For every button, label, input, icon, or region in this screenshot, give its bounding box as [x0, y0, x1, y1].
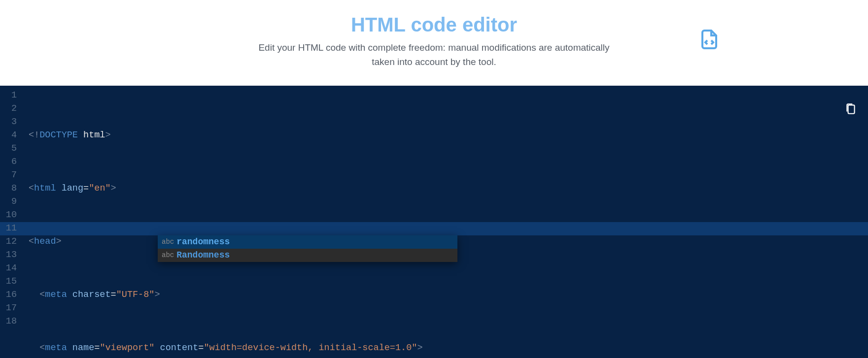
line-number: 2: [0, 102, 22, 115]
line-number: 1: [0, 89, 22, 102]
line-number: 13: [0, 248, 22, 261]
line-number: 12: [0, 235, 22, 248]
autocomplete-option-text: Randomness: [176, 249, 230, 262]
autocomplete-option-selected[interactable]: abc randomness: [158, 235, 457, 249]
code-line[interactable]: <meta charset="UTF-8">: [29, 288, 868, 301]
line-number: 9: [0, 195, 22, 208]
line-number: 15: [0, 275, 22, 288]
line-number: 10: [0, 208, 22, 222]
line-number: 14: [0, 261, 22, 275]
autocomplete-option[interactable]: abc Randomness: [158, 249, 457, 262]
line-number: 8: [0, 182, 22, 195]
line-number: 18: [0, 315, 22, 328]
line-number: 7: [0, 168, 22, 182]
line-number-gutter: 1 2 3 4 5 6 7 8 9 10 11 12 13 14 15 16 1…: [0, 86, 22, 328]
autocomplete-kind-label: abc: [162, 249, 174, 262]
code-line[interactable]: <html lang="en">: [29, 182, 868, 195]
line-number: 16: [0, 288, 22, 301]
code-line[interactable]: <!DOCTYPE html>: [29, 129, 868, 142]
line-number: 17: [0, 301, 22, 315]
line-number: 11: [0, 222, 22, 235]
autocomplete-kind-label: abc: [162, 235, 174, 249]
code-content[interactable]: <!DOCTYPE html> <html lang="en"> <head> …: [29, 89, 868, 358]
autocomplete-popup[interactable]: abc randomness abc Randomness: [158, 235, 457, 262]
autocomplete-option-text: randomness: [176, 235, 230, 249]
subtitle-line-1: Edit your HTML code with complete freedo…: [258, 42, 609, 53]
code-file-icon: [697, 28, 721, 53]
code-line[interactable]: <meta name="viewport" content="width=dev…: [29, 341, 868, 355]
line-number: 4: [0, 129, 22, 142]
line-number: 5: [0, 142, 22, 155]
page-subtitle: Edit your HTML code with complete freedo…: [0, 41, 868, 69]
line-number: 6: [0, 155, 22, 168]
page-title: HTML code editor: [0, 14, 868, 36]
page-header: HTML code editor Edit your HTML code wit…: [0, 0, 868, 86]
subtitle-line-2: taken into account by the tool.: [372, 57, 496, 67]
line-number: 3: [0, 115, 22, 129]
code-editor[interactable]: 1 2 3 4 5 6 7 8 9 10 11 12 13 14 15 16 1…: [0, 86, 868, 358]
